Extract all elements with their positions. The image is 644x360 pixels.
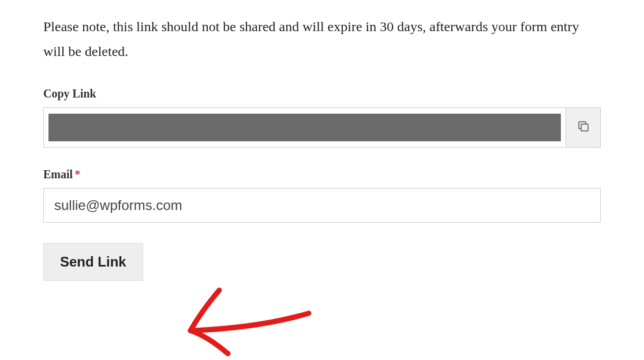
email-label: Email [43,168,73,181]
annotation-arrow [179,276,323,359]
email-input[interactable] [43,188,601,223]
copy-link-button[interactable] [566,108,600,147]
svg-rect-0 [581,124,588,131]
note-text: Please note, this link should not be sha… [43,14,601,64]
email-field-group: Email* [43,168,601,223]
copy-link-label: Copy Link [43,87,601,100]
email-label-wrapper: Email* [43,168,601,181]
copy-link-wrapper [43,107,601,148]
copy-link-field: Copy Link [43,87,601,148]
link-value-redacted [48,114,561,141]
link-input-container [44,108,566,147]
required-indicator: * [74,168,80,181]
send-link-button[interactable]: Send Link [43,243,143,281]
copy-icon [576,119,590,136]
